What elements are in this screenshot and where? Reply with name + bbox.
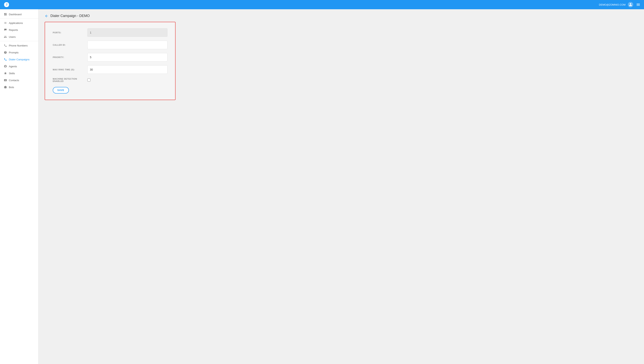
max-ring-time-row: MAX RING TIME (S): [53, 65, 168, 74]
sidebar-item-bots-label: Bots [9, 86, 34, 89]
page-title: Dialer Campaign - DEMO [50, 14, 90, 18]
divider-2 [0, 41, 38, 41]
dialer-campaigns-icon [4, 58, 7, 61]
machine-detection-row: MACHINE DETECTION ENABLED [53, 78, 168, 82]
logo [3, 1, 10, 8]
priority-label: PRIORITY: [53, 56, 88, 58]
sidebar-item-bots[interactable]: Bots [0, 84, 38, 91]
dashboard-icon [4, 13, 7, 16]
main-content: Dialer Campaign - DEMO PORTS: CALLER ID:… [38, 9, 644, 364]
machine-detection-label: MACHINE DETECTION ENABLED [53, 78, 88, 82]
sidebar-item-dashboard[interactable]: Dashboard [0, 11, 38, 18]
sidebar-item-prompts-label: Prompts [9, 51, 34, 54]
sidebar-item-prompts[interactable]: Prompts [0, 49, 38, 56]
ports-row: PORTS: [53, 28, 168, 37]
users-icon [4, 35, 7, 38]
agents-icon [4, 65, 7, 68]
form-card: PORTS: CALLER ID: PRIORITY: MAX RING TIM… [45, 22, 176, 100]
skills-icon [4, 72, 7, 75]
sidebar-item-reports[interactable]: Reports [0, 27, 38, 33]
sidebar-item-applications[interactable]: Applications [0, 20, 38, 27]
bots-icon [4, 86, 7, 89]
max-ring-time-input[interactable] [88, 65, 168, 74]
priority-input[interactable] [88, 53, 168, 62]
layout: Dashboard Applications Reports Users [0, 9, 644, 364]
sidebar: Dashboard Applications Reports Users [0, 9, 38, 364]
sidebar-item-contacts[interactable]: Contacts [0, 77, 38, 84]
sidebar-item-dialer-campaigns[interactable]: Dialer Campaigns [0, 56, 38, 63]
caller-id-label: CALLER ID: [53, 44, 88, 46]
sidebar-item-users[interactable]: Users [0, 33, 38, 40]
caller-id-row: CALLER ID: [53, 41, 168, 49]
divider-1 [0, 19, 38, 19]
sidebar-item-skills-label: Skills [9, 72, 34, 75]
header: DEMO@ZOMNIO.COM [0, 0, 644, 9]
machine-detection-checkbox[interactable] [88, 78, 90, 82]
reports-icon [4, 28, 7, 32]
sidebar-item-reports-label: Reports [9, 29, 34, 32]
sidebar-item-skills[interactable]: Skills [0, 70, 38, 77]
sidebar-item-users-label: Users [9, 36, 34, 38]
contacts-icon [4, 79, 7, 82]
ports-label: PORTS: [53, 32, 88, 34]
save-button[interactable]: SAVE [53, 87, 69, 94]
prompts-icon [4, 51, 7, 54]
ports-input[interactable] [88, 28, 168, 37]
user-email: DEMO@ZOMNIO.COM [599, 3, 626, 6]
sidebar-item-applications-label: Applications [9, 22, 34, 25]
sidebar-item-contacts-label: Contacts [9, 79, 34, 82]
caller-id-input[interactable] [88, 41, 168, 49]
priority-row: PRIORITY: [53, 53, 168, 62]
sidebar-item-agents-label: Agents [9, 65, 34, 68]
applications-icon [4, 21, 7, 25]
avatar[interactable] [628, 2, 633, 7]
back-button[interactable] [45, 14, 48, 18]
sidebar-item-phone-numbers-label: Phone Numbers [9, 44, 34, 47]
sidebar-item-dashboard-label: Dashboard [9, 13, 34, 16]
menu-icon[interactable] [636, 2, 641, 7]
header-right: DEMO@ZOMNIO.COM [599, 2, 641, 7]
sidebar-item-agents[interactable]: Agents [0, 63, 38, 70]
sidebar-item-phone-numbers[interactable]: Phone Numbers [0, 42, 38, 49]
page-header: Dialer Campaign - DEMO [45, 14, 638, 18]
phone-numbers-icon [4, 44, 7, 47]
sidebar-item-dialer-campaigns-label: Dialer Campaigns [9, 58, 34, 61]
max-ring-time-label: MAX RING TIME (S): [53, 68, 88, 71]
